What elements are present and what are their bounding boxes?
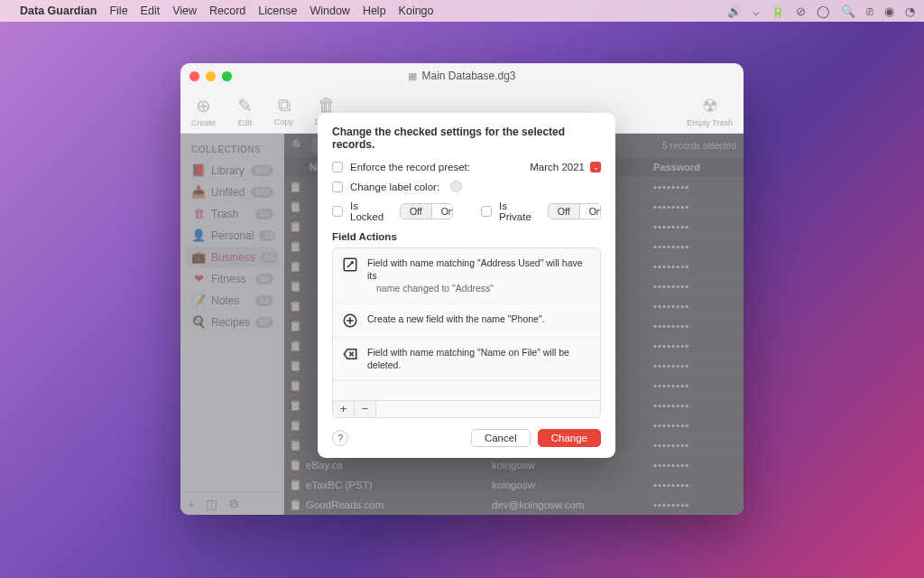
menu-window[interactable]: Window (310, 5, 349, 17)
is-locked-segment[interactable]: Off On (400, 203, 453, 219)
sidebar-gear-icon[interactable]: ⚙ (228, 497, 240, 511)
field-action-row[interactable]: Field with name matching "Address Used" … (333, 248, 600, 304)
sidebar-item-library[interactable]: 📕Library937 (186, 160, 279, 181)
app-name[interactable]: Data Guardian (20, 5, 97, 17)
table-row[interactable]: 📋eBay.cakoingosw•••••••• (284, 455, 744, 475)
is-private-segment[interactable]: Off On (548, 203, 601, 219)
sidebar-item-label: Unfiled (211, 186, 245, 199)
menu-record[interactable]: Record (209, 5, 245, 17)
control-center-icon[interactable]: ⎚ (866, 5, 873, 18)
clipboard-icon: 📋 (284, 419, 306, 432)
sidebar-item-label: Trash (211, 208, 250, 220)
cell-password: •••••••• (653, 440, 744, 451)
remove-action-button[interactable]: − (355, 401, 376, 417)
note-icon: 📝 (191, 294, 206, 307)
user-icon[interactable]: ◯ (817, 5, 830, 18)
pencil-icon: ✎ (237, 95, 253, 117)
change-color-checkbox[interactable] (332, 182, 343, 192)
clipboard-icon: 📋 (284, 300, 306, 312)
enforce-preset-label: Enforce the record preset: (350, 162, 470, 172)
wifi-icon[interactable]: ⊘ (796, 5, 806, 18)
clipboard-icon: 📋 (284, 200, 306, 213)
sidebar-item-badge: 937 (251, 165, 273, 176)
menu-license[interactable]: License (258, 5, 297, 17)
field-action-row[interactable]: Create a new field with the name "Phone"… (333, 304, 600, 338)
add-action-button[interactable]: + (333, 401, 355, 417)
help-button[interactable]: ? (332, 430, 348, 446)
is-locked-off[interactable]: Off (401, 204, 431, 219)
is-locked-on[interactable]: On (431, 204, 453, 219)
column-password-header[interactable]: Password (653, 162, 744, 172)
clock-icon[interactable]: ◔ (905, 5, 915, 18)
cell-password: •••••••• (653, 182, 744, 192)
is-private-off[interactable]: Off (549, 204, 579, 219)
book-icon: 📕 (191, 163, 206, 177)
toolbar-empty-trash-button[interactable]: ☢ Empty Trash (687, 95, 733, 127)
document-icon: ▦ (408, 70, 417, 82)
clipboard-icon: 📋 (284, 359, 306, 372)
toolbar-edit-button[interactable]: ✎ Edit (237, 95, 253, 127)
clipboard-icon: 📋 (284, 499, 306, 511)
toolbar-create-button[interactable]: ⊕ Create (191, 95, 216, 127)
delete-icon (342, 346, 358, 362)
sidebar-add-icon[interactable]: + (188, 497, 195, 511)
change-settings-sheet: Change the checked settings for the sele… (318, 113, 615, 458)
selection-count: 5 records selected (662, 141, 736, 151)
enforce-preset-checkbox[interactable] (332, 162, 343, 172)
window-close-button[interactable] (189, 71, 199, 81)
sidebar-item-personal[interactable]: 👤Personal33 (186, 225, 279, 246)
is-locked-checkbox[interactable] (332, 206, 343, 217)
titlebar[interactable]: ▦ Main Database.dg3 (180, 63, 744, 89)
sidebar-item-business[interactable]: 💼Business63 (186, 247, 279, 267)
add-icon (342, 312, 358, 329)
is-private-on[interactable]: On (579, 204, 601, 219)
bluetooth-icon[interactable]: ⌵ (753, 5, 760, 18)
toolbar-label: Edit (238, 118, 253, 127)
cell-password: •••••••• (653, 380, 744, 391)
window-minimize-button[interactable] (206, 71, 216, 81)
sidebar-item-trash[interactable]: 🗑Trash10 (186, 203, 279, 224)
sidebar-action-icon[interactable]: ◫ (206, 497, 217, 511)
sidebar-item-notes[interactable]: 📝Notes10 (186, 290, 279, 311)
clipboard-icon: 📋 (284, 280, 306, 293)
label-color-swatch[interactable] (450, 181, 462, 192)
cell-password: •••••••• (653, 301, 744, 312)
window-zoom-button[interactable] (222, 71, 232, 81)
table-row[interactable]: 📋eTaxBC (PST)koingosw•••••••• (284, 475, 744, 495)
change-button[interactable]: Change (538, 429, 601, 447)
menu-file[interactable]: File (109, 5, 127, 17)
menu-koingo[interactable]: Koingo (399, 5, 434, 17)
siri-icon[interactable]: ◉ (884, 5, 894, 18)
cell-password: •••••••• (653, 340, 744, 351)
rename-icon (342, 256, 358, 273)
action-text-line1: Field with name matching "Name on File" … (367, 347, 569, 370)
preset-dropdown-button[interactable]: ⌄ (590, 162, 601, 172)
menu-help[interactable]: Help (363, 5, 386, 17)
toolbar-copy-button[interactable]: ⧉ Copy (274, 95, 293, 126)
battery-icon[interactable]: 🔋 (771, 5, 785, 18)
recipe-icon: 🍳 (191, 315, 206, 329)
sheet-title: Change the checked settings for the sele… (332, 126, 601, 151)
cell-username: koingosw (492, 480, 653, 490)
spotlight-icon[interactable]: 🔍 (841, 5, 855, 18)
cell-password: •••••••• (653, 201, 744, 212)
sidebar-item-fitness[interactable]: ❤Fitness86 (186, 268, 279, 289)
cell-password: •••••••• (653, 221, 744, 232)
menu-edit[interactable]: Edit (141, 5, 161, 17)
field-action-row[interactable]: Field with name matching "Name on File" … (333, 338, 600, 380)
volume-icon[interactable]: 🔊 (727, 5, 742, 18)
table-row[interactable]: 📋GoodReads.comdev@koingosw.com•••••••• (284, 495, 744, 515)
sidebar-item-badge: 87 (255, 317, 273, 328)
cell-username: dev@koingosw.com (492, 499, 653, 510)
cell-password: •••••••• (653, 499, 744, 510)
clipboard-icon: 📋 (284, 260, 306, 273)
sidebar-item-unfiled[interactable]: 📥Unfiled937 (186, 182, 279, 202)
preset-value: March 2021 (530, 162, 585, 172)
clipboard-icon: 📋 (284, 240, 306, 253)
is-private-checkbox[interactable] (481, 206, 492, 217)
sidebar-item-recipes[interactable]: 🍳Recipes87 (186, 312, 279, 332)
menu-view[interactable]: View (172, 5, 197, 17)
copy-icon: ⧉ (278, 95, 291, 116)
window-title: Main Database.dg3 (421, 70, 515, 82)
cancel-button[interactable]: Cancel (471, 429, 531, 447)
